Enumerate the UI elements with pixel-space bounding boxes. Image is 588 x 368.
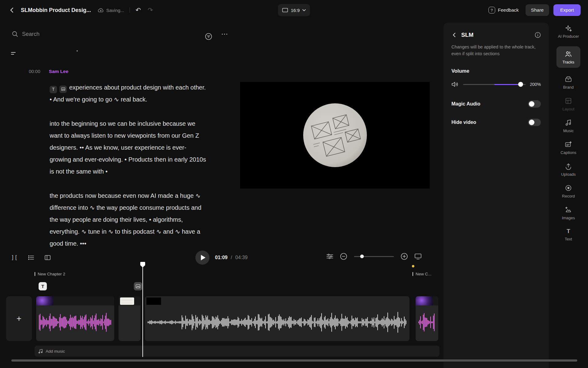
time-separator: / (231, 255, 232, 260)
panel-back-button[interactable] (451, 31, 457, 39)
sidebar-item-captions[interactable]: Captions (556, 141, 581, 155)
sidebar-label: Images (562, 216, 575, 220)
share-button[interactable]: Share (526, 4, 549, 16)
sidebar-item-music[interactable]: Music (556, 119, 581, 133)
zoom-slider-thumb[interactable] (360, 255, 364, 258)
volume-slider[interactable] (463, 84, 526, 85)
info-icon[interactable] (535, 32, 541, 38)
image-layer-chip[interactable] (59, 86, 67, 93)
horizontal-scrollbar[interactable] (11, 359, 577, 362)
export-button[interactable]: Export (553, 4, 581, 16)
feedback-button[interactable]: ? Feedback (486, 5, 521, 15)
saving-label: Saving... (106, 8, 124, 13)
split-view-icon[interactable] (45, 255, 51, 260)
sidebar-item-uploads[interactable]: Uploads (556, 163, 581, 177)
list-view-icon[interactable] (28, 255, 34, 260)
search-bar (12, 31, 114, 37)
question-icon: ? (488, 7, 495, 13)
zoom-slider[interactable] (354, 256, 394, 257)
filter-icon[interactable] (205, 33, 213, 40)
playback-controls: 01:09 / 04:39 (195, 251, 247, 265)
volume-slider-thumb[interactable] (518, 82, 523, 87)
timeline-image-chip[interactable] (134, 282, 142, 290)
chapter-marker-left[interactable]: New Chapter 2 (35, 272, 65, 276)
timeline-text-chip[interactable]: T (39, 282, 47, 290)
sidebar-item-brand[interactable]: Brand (556, 75, 581, 90)
transcript-editor: 00:00 Sam Lee Texperiences about product… (50, 69, 208, 250)
add-clip-button[interactable]: + (6, 296, 32, 341)
playhead-handle[interactable] (140, 262, 145, 267)
chapter-tick (413, 272, 413, 276)
script-range-icon[interactable]: ][ (11, 255, 18, 261)
track-lanes-icon[interactable] (326, 254, 333, 259)
waveform (148, 307, 407, 337)
sidebar-item-images[interactable]: Images (556, 206, 581, 220)
paragraph-text: the products now because even now AI mad… (50, 192, 202, 247)
timeline-view-controls: ][ (11, 255, 51, 261)
sidebar-item-layout[interactable]: Layout (556, 97, 581, 111)
fullscreen-preview-icon[interactable] (415, 254, 421, 259)
more-options-icon[interactable]: ⋯ (221, 30, 228, 38)
back-button[interactable] (7, 6, 16, 14)
add-music-track[interactable]: Add music (35, 346, 439, 357)
sidebar-item-record[interactable]: Record (556, 184, 581, 198)
sidebar-item-ai-producer[interactable]: AI Producer (556, 25, 581, 39)
document-title[interactable]: SLMobbin Product Desig... (21, 7, 91, 13)
zoom-out-icon[interactable] (340, 253, 347, 260)
collapsed-chapter-dot (77, 50, 78, 52)
clip-thumbnail (416, 296, 433, 305)
chapter-label: New C... (416, 272, 432, 276)
toggle-knob (529, 101, 534, 107)
audio-clip-1[interactable] (36, 296, 114, 341)
speaker-icon (451, 81, 459, 87)
main-audio-clip[interactable] (145, 296, 409, 341)
zoom-in-icon[interactable] (401, 253, 408, 260)
aspect-ratio-value: 16:9 (291, 8, 300, 13)
sparkle-icon (565, 25, 572, 32)
play-icon (201, 255, 205, 260)
total-duration: 04:39 (235, 255, 247, 260)
timeline-zoom-controls (326, 253, 421, 260)
undo-button[interactable]: ↶ (135, 6, 141, 14)
video-preview-canvas[interactable] (240, 82, 430, 189)
tools-sidebar: AI Producer Tracks Brand Layout Music Ca… (549, 20, 588, 368)
clip-thumbnail (36, 296, 53, 305)
chapter-label: New Chapter 2 (38, 272, 65, 276)
image-clip[interactable] (119, 296, 141, 341)
brand-box-icon (565, 75, 572, 83)
volume-label: Volume (451, 68, 541, 74)
redo-button[interactable]: ↷ (148, 6, 153, 14)
timestamp: 00:00 (29, 69, 40, 74)
audio-clip-2[interactable] (416, 296, 438, 341)
speaker-label[interactable]: Sam Lee (49, 69, 69, 74)
add-music-label: Add music (46, 349, 65, 354)
sidebar-label: Captions (560, 150, 576, 155)
chevron-left-icon (453, 33, 456, 37)
sidebar-item-tracks[interactable]: Tracks (556, 46, 580, 68)
chapter-marker-right[interactable]: New C... (413, 272, 432, 276)
hide-video-toggle[interactable] (528, 119, 541, 126)
sidebar-label: Tracks (563, 60, 575, 64)
sidebar-label: Brand (563, 85, 574, 90)
sidebar-item-text[interactable]: T Text (556, 228, 581, 241)
frame-icon (282, 8, 288, 12)
playhead-line[interactable] (142, 264, 143, 357)
sidebar-label: Text (565, 237, 572, 241)
comment-marker-dot[interactable] (412, 265, 414, 267)
transcript-paragraph[interactable]: Texperiences about product design with e… (50, 82, 208, 105)
text-layer-chip[interactable]: T (50, 86, 57, 93)
image-icon (565, 206, 572, 213)
clip-thumbnail (146, 297, 161, 305)
transcript-paragraph[interactable]: the products now because even now AI mad… (50, 190, 208, 250)
sidebar-label: Record (562, 194, 575, 198)
chapter-collapse-handle[interactable] (11, 52, 16, 56)
search-input[interactable] (22, 31, 114, 37)
play-button[interactable] (195, 251, 209, 265)
transcript-paragraph[interactable]: into the beginning so we can be inclusiv… (50, 118, 208, 178)
aspect-ratio-selector[interactable]: 16:9 (278, 4, 310, 16)
volume-slider-fill (494, 84, 521, 85)
magic-audio-toggle[interactable] (528, 100, 541, 108)
chevron-left-icon (10, 7, 13, 13)
cloud-sync-icon (98, 8, 104, 13)
top-bar: SLMobbin Product Desig... Saving... ↶ ↷ … (0, 0, 588, 20)
